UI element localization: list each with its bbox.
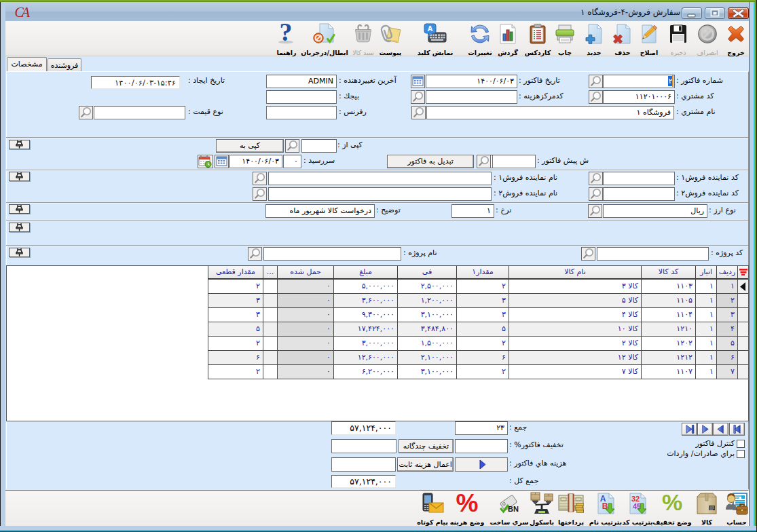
svg-text:BN: BN (508, 505, 519, 513)
svg-text:A: A (428, 24, 433, 33)
svg-text:?: ? (280, 23, 293, 45)
